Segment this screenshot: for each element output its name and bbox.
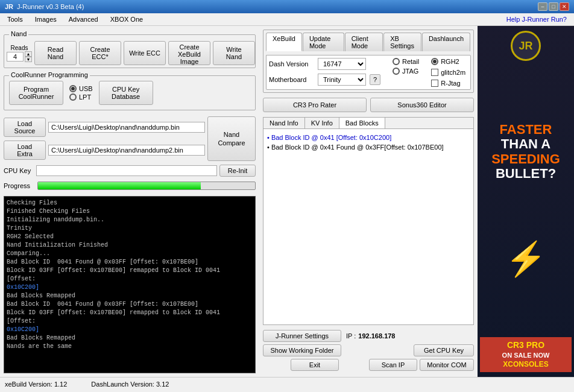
bad-blocks-content: • Bad Block ID @ 0x41 [Offset: 0x10C200]… — [263, 129, 473, 324]
tab-nand-info[interactable]: Nand Info — [263, 118, 305, 128]
read-nand-button[interactable]: Read Nand — [34, 41, 77, 65]
cpu-key-database-button[interactable]: CPU Key Database — [99, 81, 153, 105]
r-jtag-label: R-Jtag — [441, 80, 460, 87]
ip-value: 192.168.178 — [358, 332, 395, 340]
write-ecc-button[interactable]: Write ECC — [124, 41, 166, 65]
glitch2m-label: glitch2m — [441, 69, 465, 76]
menu-advanced[interactable]: Advanced — [64, 14, 103, 24]
source-path-input[interactable] — [48, 122, 205, 133]
log-line: Bad Block ID 0041 Found @ 0x03FF [Offset… — [7, 258, 253, 267]
motherboard-help-button[interactable]: ? — [370, 74, 380, 85]
radio-usb[interactable]: USB — [69, 85, 93, 92]
create-ecc-button[interactable]: Create ECC* — [79, 41, 121, 65]
build-type-rgh2[interactable]: RGH2 — [431, 58, 465, 65]
reads-down-btn[interactable]: ▼ — [25, 57, 32, 62]
program-coolrunner-button[interactable]: Program CoolRunner — [9, 81, 63, 105]
log-line: Block ID 03FF [Offset: 0x107BE00] remapp… — [7, 309, 253, 326]
log-line: Bad Blocks Remapped — [7, 334, 253, 343]
r-jtag-checkbox[interactable]: R-Jtag — [431, 80, 465, 87]
glitch2m-box — [431, 69, 438, 76]
ip-label: IP : — [346, 332, 356, 340]
jtag-radio — [393, 68, 400, 75]
progress-label: Progress — [4, 182, 34, 189]
nand-info-panel: Nand Info KV Info Bad Blocks • Bad Block… — [263, 117, 474, 325]
retail-radio — [393, 58, 400, 65]
cr3-pro-rater-button[interactable]: CR3 Pro Rater — [263, 98, 367, 112]
window-title: J-Runner v0.3 Beta (4) — [17, 3, 84, 10]
ad-panel: JR FASTER THAN A SPEEDING BULLET? ⚡ CR3 … — [478, 26, 574, 377]
radio-lpt-label: LPT — [79, 93, 91, 101]
cpu-key-input[interactable] — [36, 165, 217, 176]
bad-block-entry: • Bad Block ID @ 0x41 [Offset: 0x10C200] — [267, 133, 470, 142]
log-line: Bad Block ID 0041 Found @ 0x03FF [Offset… — [7, 300, 253, 309]
tab-update-mode[interactable]: Update Mode — [303, 33, 344, 51]
coolrunner-group-title: CoolRunner Programming — [9, 71, 90, 78]
xebuild-form: Dash Version 16747 17489 17502 Motherboa… — [266, 55, 471, 90]
exit-button[interactable]: Exit — [291, 359, 339, 371]
reads-input[interactable] — [7, 52, 24, 62]
log-line: Block ID 03FF [Offset: 0x107BE00] remapp… — [7, 267, 253, 283]
motherboard-label: Motherboard — [269, 76, 314, 83]
dashlaunch-version: DashLaunch Version: 3.12 — [91, 381, 169, 388]
maximize-button[interactable]: □ — [549, 2, 558, 11]
menu-tools[interactable]: Tools — [2, 14, 28, 24]
j-runner-settings-button[interactable]: J-Runner Settings — [263, 330, 341, 342]
tab-client-mode[interactable]: Client Mode — [345, 33, 383, 51]
load-extra-button[interactable]: Load Extra — [4, 141, 46, 160]
write-nand-button[interactable]: Write Nand — [213, 41, 255, 65]
xebuild-version: xeBuild Version: 1.12 — [5, 381, 67, 388]
show-working-folder-button[interactable]: Show Working Folder — [263, 344, 341, 356]
radio-lpt[interactable]: LPT — [69, 93, 93, 101]
ad-logo-text: JR — [519, 40, 532, 52]
create-xebuild-button[interactable]: Create XeBuild Image — [168, 41, 210, 65]
nand-compare-button[interactable]: Nand Compare — [207, 116, 256, 161]
ad-hero-icon: ⚡ — [505, 242, 547, 276]
menu-images[interactable]: Images — [30, 14, 62, 24]
glitch2m-checkbox[interactable]: glitch2m — [431, 69, 465, 76]
status-bar: xeBuild Version: 1.12 DashLaunch Version… — [0, 377, 574, 390]
title-bar: JR J-Runner v0.3 Beta (4) – □ ✕ — [0, 0, 574, 13]
xebuild-tabs: XeBuild Update Mode Client Mode XB Setti… — [266, 33, 471, 51]
nand-group-title: Nand — [9, 30, 28, 37]
tab-xb-settings[interactable]: XB Settings — [383, 33, 421, 51]
ad-bottom[interactable]: CR3 PRO ON SALE NOW XCONSOLES — [480, 337, 572, 372]
build-type-retail[interactable]: Retail — [393, 58, 419, 65]
sonus360-editor-button[interactable]: Sonus360 Editor — [370, 98, 474, 112]
build-type-jtag[interactable]: JTAG — [393, 68, 419, 75]
log-output: Checking FilesFinished Checking FilesIni… — [4, 196, 256, 373]
load-source-button[interactable]: Load Source — [4, 118, 46, 137]
extra-path-input[interactable] — [48, 145, 205, 156]
reads-label: Reads — [11, 45, 28, 51]
monitor-com-button[interactable]: Monitor COM — [420, 359, 474, 371]
motherboard-select[interactable]: Trinity Jasper Corona — [318, 74, 366, 86]
tab-kv-info[interactable]: KV Info — [305, 118, 339, 128]
progress-bar-fill — [38, 182, 201, 189]
scan-ip-button[interactable]: Scan IP — [369, 359, 417, 371]
r-jtag-box — [431, 80, 438, 87]
rgh2-label: RGH2 — [441, 58, 459, 65]
progress-bar — [37, 182, 256, 190]
tab-xebuild[interactable]: XeBuild — [266, 33, 302, 51]
reads-up-btn[interactable]: ▲ — [25, 51, 32, 57]
bad-block-entry: • Bad Block ID @ 0x41 Found @ 0x3FF[Offs… — [267, 142, 470, 152]
radio-usb-label: USB — [79, 85, 93, 92]
log-line: 0x10C200] — [7, 326, 253, 334]
radio-lpt-indicator — [69, 93, 77, 101]
radio-usb-indicator — [69, 85, 77, 92]
log-line: Bad Blocks Remapped — [7, 292, 253, 300]
menu-bar: Tools Images Advanced XBOX One Help J-Ru… — [0, 13, 574, 26]
log-line: 0x10C200] — [7, 283, 253, 292]
minimize-button[interactable]: – — [538, 2, 547, 11]
get-cpu-key-button[interactable]: Get CPU Key — [414, 344, 474, 356]
menu-xbox-one[interactable]: XBOX One — [106, 14, 148, 24]
xebuild-panel: XeBuild Update Mode Client Mode XB Setti… — [263, 30, 474, 93]
log-line: RGH2 Selected — [7, 233, 253, 241]
log-line: Trinity — [7, 224, 253, 233]
dash-version-select[interactable]: 16747 17489 17502 — [318, 58, 366, 70]
tab-dashlaunch[interactable]: Dashlaunch — [422, 33, 470, 51]
ad-bottom-text: CR3 PRO ON SALE NOW XCONSOLES — [482, 340, 569, 370]
re-init-button[interactable]: Re-Init — [219, 165, 256, 177]
coolrunner-group: CoolRunner Programming Program CoolRunne… — [4, 75, 256, 110]
tab-bad-blocks[interactable]: Bad Blocks — [339, 118, 385, 128]
close-button[interactable]: ✕ — [560, 2, 569, 11]
